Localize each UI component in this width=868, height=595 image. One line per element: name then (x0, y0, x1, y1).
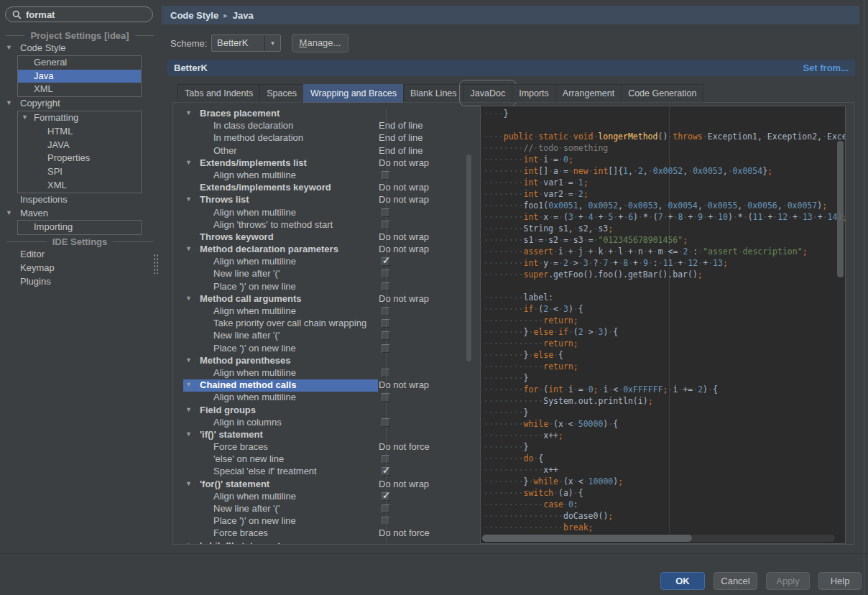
settings-row-while-statement[interactable]: ▼'while()' statement (177, 540, 468, 544)
settings-scrollbar-thumb[interactable] (466, 154, 471, 361)
tree-item-general[interactable]: General (0, 56, 160, 70)
tree-item-properties[interactable]: Properties (0, 152, 160, 165)
setting-label: Align 'throws' to method start (213, 219, 333, 230)
settings-row-field-groups[interactable]: ▼Field groups (177, 405, 468, 417)
collapse-arrow-icon[interactable]: ▼ (185, 159, 192, 166)
set-from-link[interactable]: Set from... (803, 63, 849, 73)
collapse-arrow-icon[interactable]: ▼ (185, 480, 192, 487)
tree-item-html[interactable]: HTML (0, 125, 160, 139)
tree-item-code-style[interactable]: ▼Code Style (0, 42, 160, 55)
settings-row-braces-placement[interactable]: ▼Braces placement (177, 108, 468, 120)
settings-row-align-when-multiline[interactable]: Align when multiline (177, 207, 468, 219)
tree-item-inspections[interactable]: Inspections (0, 193, 160, 207)
tree-item-formatting[interactable]: ▼Formatting (0, 111, 160, 125)
tab-blank-lines[interactable]: Blank Lines (403, 84, 464, 103)
scheme-select[interactable]: BetterK ▼ (211, 34, 281, 52)
setting-label: Align when multiline (213, 207, 296, 218)
collapse-arrow-icon[interactable]: ▼ (6, 209, 12, 216)
settings-row-force-braces[interactable]: Force bracesDo not force (177, 441, 468, 453)
settings-row-new-line-after[interactable]: New line after '(' (177, 268, 468, 280)
tab-arrangement[interactable]: Arrangement (555, 84, 622, 103)
collapse-arrow-icon[interactable]: ▼ (185, 381, 192, 388)
settings-row-align-in-columns[interactable]: Align in columns (177, 417, 468, 429)
apply-button[interactable]: Apply (766, 572, 810, 590)
ok-button[interactable]: OK (660, 572, 705, 590)
collapse-arrow-icon[interactable]: ▼ (185, 109, 192, 116)
cancel-button[interactable]: Cancel (714, 572, 757, 590)
settings-row-extends-implements-list[interactable]: ▼Extends/implements listDo not wrap (177, 157, 468, 170)
tab-tabs-and-indents[interactable]: Tabs and Indents (177, 84, 260, 103)
tab-code-generation[interactable]: Code Generation (621, 84, 703, 103)
tree-item-label: Maven (20, 208, 48, 218)
code-line: ········do·{ (484, 453, 846, 464)
tree-item-xml[interactable]: XML (0, 179, 160, 193)
settings-row-align-when-multiline[interactable]: Align when multiline (177, 170, 468, 182)
tree-item-plugins[interactable]: Plugins (0, 275, 160, 289)
tree-item-spi[interactable]: SPI (0, 165, 160, 179)
settings-row-new-line-after[interactable]: New line after '(' (177, 503, 468, 515)
collapse-arrow-icon[interactable]: ▼ (185, 406, 192, 413)
manage-button[interactable]: Manage... (292, 34, 348, 52)
tab-wrapping-and-braces[interactable]: Wrapping and Braces (303, 84, 404, 103)
settings-row-other[interactable]: OtherEnd of line (177, 145, 468, 157)
settings-row-place-on-new-line[interactable]: Place ')' on new line (177, 281, 468, 293)
collapse-arrow-icon[interactable]: ▼ (185, 195, 192, 203)
collapse-arrow-icon[interactable]: ▼ (6, 44, 12, 51)
settings-row-for-statement[interactable]: ▼'for()' statementDo not wrap (177, 479, 468, 491)
settings-row-throws-keyword[interactable]: Throws keywordDo not wrap (177, 231, 468, 244)
help-button[interactable]: Help (818, 572, 862, 590)
tab-javadoc[interactable]: JavaDoc (463, 84, 513, 103)
preview-horizontal-scrollbar-thumb[interactable] (482, 535, 692, 542)
settings-row-chained-method-calls[interactable]: ▼Chained method callsDo not wrap (177, 379, 468, 392)
setting-label: Method call arguments (200, 293, 302, 304)
tree-item-keymap[interactable]: Keymap (0, 262, 160, 275)
settings-row-if-statement[interactable]: ▼'if()' statement (177, 429, 468, 441)
collapse-arrow-icon[interactable]: ▼ (185, 356, 192, 364)
collapse-arrow-icon[interactable]: ▼ (22, 114, 28, 121)
tree-item-editor[interactable]: Editor (0, 248, 160, 262)
code-line (484, 280, 846, 292)
setting-label: Place ')' on new line (213, 515, 296, 526)
preview-vertical-scrollbar-thumb[interactable] (837, 141, 844, 277)
tree-item-xml[interactable]: XML (0, 83, 160, 96)
collapse-arrow-icon[interactable]: ▼ (185, 430, 192, 438)
settings-row-align-when-multiline[interactable]: Align when multiline✓ (177, 491, 468, 503)
breadcrumb-item-code-style[interactable]: Code Style (170, 10, 218, 21)
settings-row-take-priority-over-call-chain-wrapping[interactable]: Take priority over call chain wrapping (177, 318, 468, 330)
code-line: ········int·y·=·2·>·3·?·7·+·8·+·9·:·11·+… (484, 257, 846, 269)
settings-row-align-when-multiline[interactable]: Align when multiline (177, 392, 468, 404)
collapse-arrow-icon[interactable]: ▼ (185, 542, 192, 544)
tree-item-maven[interactable]: ▼Maven (0, 207, 160, 221)
settings-row-special-else-if-treatment[interactable]: Special 'else if' treatment✓ (177, 466, 468, 478)
settings-row-new-line-after[interactable]: New line after '(' (177, 330, 468, 342)
settings-row-in-method-declaration[interactable]: In method declarationEnd of line (177, 132, 468, 144)
tree-item-java[interactable]: Java (0, 70, 160, 83)
collapse-arrow-icon[interactable]: ▼ (6, 99, 12, 106)
settings-row-align-when-multiline[interactable]: Align when multiline (177, 305, 468, 318)
splitter-grip[interactable] (153, 254, 159, 274)
settings-row-place-on-new-line[interactable]: Place ')' on new line (177, 343, 468, 355)
scheme-title: BetterK (174, 63, 803, 73)
settings-row-place-on-new-line[interactable]: Place ')' on new line (177, 515, 468, 527)
tab-imports[interactable]: Imports (512, 84, 556, 103)
settings-row-throws-list[interactable]: ▼Throws listDo not wrap (177, 194, 468, 206)
column-divider (386, 109, 387, 543)
settings-row-method-declaration-parameters[interactable]: ▼Method declaration parametersDo not wra… (177, 244, 468, 256)
settings-row-align-throws-to-method-start[interactable]: Align 'throws' to method start (177, 219, 468, 231)
settings-row-in-class-declaration[interactable]: In class declarationEnd of line (177, 120, 468, 132)
tab-spaces[interactable]: Spaces (259, 84, 304, 103)
code-line: ········while·(x·<·50000)·{ (484, 418, 846, 430)
tree-item-importing[interactable]: Importing (0, 221, 160, 234)
settings-row-align-when-multiline[interactable]: Align when multiline✓ (177, 256, 468, 268)
settings-row-align-when-multiline[interactable]: Align when multiline (177, 367, 468, 379)
collapse-arrow-icon[interactable]: ▼ (185, 245, 192, 252)
settings-row-extends-implements-keyword[interactable]: Extends/implements keywordDo not wrap (177, 182, 468, 194)
settings-row-method-parentheses[interactable]: ▼Method parentheses (177, 355, 468, 367)
settings-row-else-on-new-line[interactable]: 'else' on new line (177, 453, 468, 466)
collapse-arrow-icon[interactable]: ▼ (185, 295, 192, 302)
settings-row-force-braces[interactable]: Force bracesDo not force (177, 527, 468, 540)
settings-row-method-call-arguments[interactable]: ▼Method call argumentsDo not wrap (177, 293, 468, 305)
tree-item-copyright[interactable]: ▼Copyright (0, 97, 160, 111)
tree-item-java[interactable]: JAVA (0, 139, 160, 152)
chevron-down-icon[interactable]: ▼ (264, 35, 280, 51)
